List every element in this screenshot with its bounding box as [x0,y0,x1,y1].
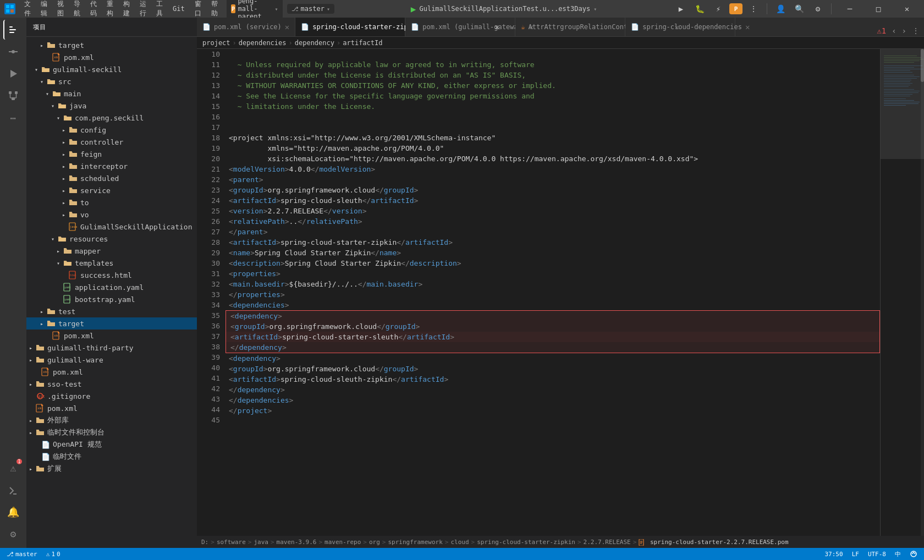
breadcrumb-dependency[interactable]: dependency [295,39,334,47]
code-editor[interactable]: ~ Unless required by applicable law or a… [224,49,880,536]
tree-item-config[interactable]: ▸config [26,124,197,136]
status-lang[interactable]: 中 [893,550,903,558]
tree-item-templates[interactable]: ▾templates [26,257,197,269]
sidebar-title: 项目 [33,23,46,31]
status-git[interactable]: ⎇ master [4,551,40,558]
sidebar-tree[interactable]: ▸targetxmlpom.xml▾gulimall-seckill▾src▾m… [26,37,197,548]
breadcrumb-artifactid[interactable]: artifactId [343,39,382,47]
tree-item-resources[interactable]: ▾resources [26,233,197,245]
tree-item-scheduled[interactable]: ▸scheduled [26,172,197,184]
tree-item-openapi[interactable]: 📄OpenAPI 规范 [26,438,197,451]
tree-item-pom2[interactable]: xmlpom.xml [26,330,197,342]
tree-item-target1[interactable]: ▸target [26,39,197,51]
tree-item-gulimall-ware[interactable]: ▸gulimall-ware [26,354,197,366]
menu-refactor[interactable]: 重构 [102,0,118,19]
close-btn[interactable]: ✕ [894,0,920,18]
activity-terminal[interactable] [3,480,23,499]
activity-commit[interactable] [3,42,23,62]
activity-problems[interactable]: ⚠ 1 [3,458,23,477]
tree-item-bootstrap.yaml[interactable]: yamlbootstrap.yaml [26,293,197,305]
tree-item-service[interactable]: ▸service [26,184,197,196]
coverage-btn[interactable]: ⚡ [711,3,726,14]
tree-item-gitignore[interactable]: git.gitignore [26,390,197,402]
maximize-btn[interactable]: □ [866,0,891,18]
tree-item-feign[interactable]: ▸feign [26,148,197,160]
menu-nav[interactable]: 导航 [69,0,85,19]
tree-item-pom1[interactable]: xmlpom.xml [26,51,197,63]
status-encoding[interactable]: UTF-8 [866,551,888,558]
profile-btn[interactable]: P [729,3,743,14]
tree-item-pom3[interactable]: xmlpom.xml [26,366,197,378]
run-btn[interactable]: ▶ [673,3,689,14]
activity-more[interactable]: ⋯ [3,108,23,128]
scroll-tabs-right[interactable]: › [900,25,909,36]
status-lf[interactable]: LF [850,551,861,558]
tree-item-com.peng.seckill[interactable]: ▾com.peng.seckill [26,112,197,124]
menu-edit[interactable]: 编辑 [36,0,52,19]
tree-item-temp-files[interactable]: ▸临时文件和控制台 [26,426,197,438]
tab-close-attr[interactable]: ✕ [675,23,679,31]
menu-git[interactable]: Git [168,4,189,14]
tree-item-main[interactable]: ▾main [26,87,197,100]
settings-btn[interactable]: ⚙ [810,3,826,14]
tree-item-target2[interactable]: ▸target [26,317,197,330]
tree-item-gulimall-seckill[interactable]: ▾gulimall-seckill [26,63,197,75]
tree-item-controller[interactable]: ▸controller [26,136,197,148]
tree-item-application.yaml[interactable]: yamlapplication.yaml [26,281,197,293]
scroll-tabs-left[interactable]: ‹ [889,25,898,36]
status-line-col[interactable]: 37:50 [823,551,845,558]
code-line-10 [224,49,880,59]
tree-item-external-libs[interactable]: ▸外部库 [26,414,197,426]
menu-window[interactable]: 窗口 [190,0,206,19]
tree-item-interceptor[interactable]: ▸interceptor [26,160,197,172]
tab-spring-cloud-starter[interactable]: 📄 spring-cloud-starter-zipkin-2.2.7.RELE… [295,18,405,36]
tree-item-expand[interactable]: ▸扩展 [26,463,197,475]
menu-file[interactable]: 文件 [20,0,35,19]
tree-item-success.html[interactable]: htmlsuccess.html [26,269,197,281]
breadcrumb-project[interactable]: project [202,39,230,47]
status-settings-sync[interactable] [908,550,920,558]
menu-help[interactable]: 帮助 [207,0,222,19]
menu-run[interactable]: 运行 [135,0,151,19]
tree-item-java[interactable]: ▾java [26,100,197,112]
run-button[interactable]: ▶ [411,4,416,14]
breadcrumb-dependencies[interactable]: dependencies [239,39,287,47]
minimap-scrollbar[interactable] [921,49,924,536]
minimize-btn[interactable]: ─ [837,0,862,18]
tree-item-temp-files2[interactable]: 📄临时文件 [26,451,197,463]
menu-tools[interactable]: 工具 [152,0,167,19]
search-everywhere-btn[interactable]: 🔍 [791,3,807,14]
more-run-btn[interactable]: ⋮ [746,3,761,14]
status-errors[interactable]: ⚠ 1 0 [44,551,63,558]
activity-structure[interactable] [3,86,23,106]
tree-item-GulimallSeckillApp[interactable]: javaGulimallSeckillApplication [26,221,197,233]
more-tabs[interactable]: ⋮ [910,25,922,36]
tree-item-mapper[interactable]: ▸mapper [26,245,197,257]
editor-area[interactable]: 1011121314151617181920212223242526272829… [197,49,924,536]
tree-item-pom4[interactable]: xmlpom.xml [26,402,197,414]
activity-explorer[interactable] [3,20,23,40]
tree-item-to[interactable]: ▸to [26,196,197,208]
accounts-btn[interactable]: 👤 [773,3,788,14]
tab-pom-service[interactable]: 📄 pom.xml (service) ✕ [197,18,295,36]
tree-item-vo[interactable]: ▸vo [26,208,197,221]
activity-settings[interactable]: ⚙ [3,524,23,543]
menu-code[interactable]: 代码 [86,0,101,19]
tree-item-sso-test[interactable]: ▸sso-test [26,378,197,390]
tab-close-gateway[interactable]: ✕ [529,23,534,31]
minimap[interactable] [880,49,924,536]
tab-close-btn[interactable]: ✕ [285,23,289,31]
activity-run-debug[interactable] [3,64,23,84]
branch-tag[interactable]: ⎇ master ▾ [287,4,334,14]
menu-view[interactable]: 视图 [53,0,68,19]
activity-notifications[interactable]: 🔔 [3,502,23,521]
tab-close-deps[interactable]: ✕ [745,23,750,31]
tree-item-src[interactable]: ▾src [26,75,197,87]
tree-item-gulimall-third-party[interactable]: ▸gulimall-third-party [26,342,197,354]
tree-item-test[interactable]: ▸test [26,305,197,317]
tab-close-active[interactable]: ✕ [494,23,499,31]
debug-btn[interactable]: 🐛 [692,3,707,14]
tab-spring-cloud-deps[interactable]: 📄 spring-cloud-dependencies ✕ [625,18,735,36]
error-indicator[interactable]: ⚠1 [875,25,888,36]
menu-build[interactable]: 构建 [119,0,134,19]
